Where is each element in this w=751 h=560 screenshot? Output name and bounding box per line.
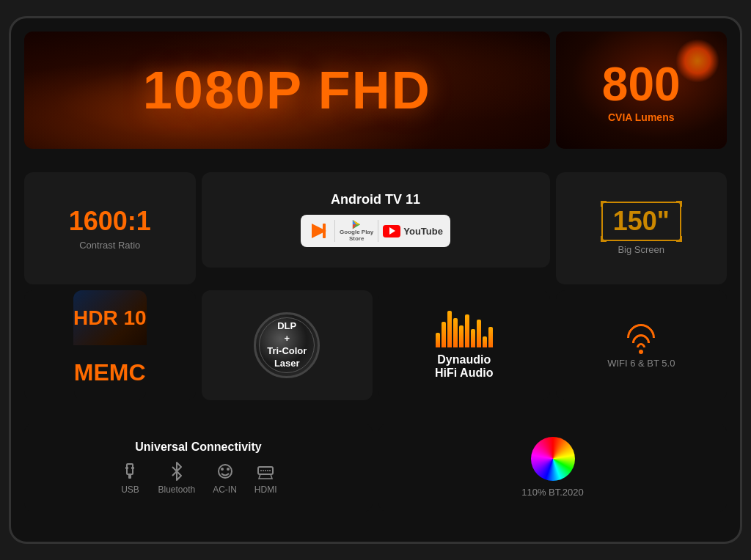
screen-size-border: 150" xyxy=(601,202,681,241)
card-lumens: 800 CVIA Lumens xyxy=(556,32,728,149)
bluetooth-label: Bluetooth xyxy=(158,485,195,495)
google-play-logo: Google PlayStore xyxy=(340,219,373,243)
contrast-label: Contrast Ratio xyxy=(79,240,140,251)
svg-rect-9 xyxy=(131,467,134,469)
card-android: Android TV 11 xyxy=(202,172,550,268)
dlp-ring: DLP + Tri-Color Laser xyxy=(254,312,320,378)
card-hdr-memc: HDR 10 MEMC xyxy=(24,290,196,400)
audio-title-line1: Dynaudio xyxy=(437,353,491,366)
port-icons: USB Bluetooth AC- xyxy=(120,461,276,495)
screen-label: Big Screen xyxy=(618,244,664,255)
hdr-label: HDR 10 xyxy=(73,306,147,330)
device-frame: 1080P FHD 800 CVIA Lumens 1600:1 Contras… xyxy=(9,16,742,544)
card-color: 110% BT.2020 xyxy=(378,424,727,512)
color-label: 110% BT.2020 xyxy=(521,487,584,498)
port-usb: USB xyxy=(120,461,140,495)
card-connectivity: Universal Connectivity USB xyxy=(24,424,373,512)
dlp-label: DLP + Tri-Color Laser xyxy=(267,320,307,370)
wifi-icon xyxy=(623,323,659,352)
card-contrast: 1600:1 Contrast Ratio xyxy=(24,172,196,285)
hdmi-icon xyxy=(255,461,276,482)
lumens-subtitle: CVIA Lumens xyxy=(608,111,675,123)
color-wheel xyxy=(531,437,575,481)
svg-rect-1 xyxy=(323,224,326,238)
svg-rect-8 xyxy=(125,467,128,469)
hdmi-label: HDMI xyxy=(254,485,277,495)
main-grid: 1080P FHD 800 CVIA Lumens 1600:1 Contras… xyxy=(24,32,727,528)
connectivity-title: Universal Connectivity xyxy=(135,441,262,454)
port-ac-in: AC-IN xyxy=(213,461,237,495)
card-hdr: HDR 10 xyxy=(73,290,147,345)
youtube-logo: YouTube xyxy=(383,219,443,243)
svg-point-12 xyxy=(227,468,230,471)
port-hdmi: HDMI xyxy=(254,461,277,495)
svg-rect-6 xyxy=(127,464,133,474)
card-screen: 150" Big Screen xyxy=(556,172,728,285)
usb-label: USB xyxy=(121,485,139,495)
ac-in-label: AC-IN xyxy=(213,485,237,495)
app-logos-container: Google PlayStore YouTube xyxy=(301,215,450,247)
memc-label: MEMC xyxy=(74,359,146,386)
svg-rect-7 xyxy=(128,474,131,479)
svg-point-11 xyxy=(221,468,224,471)
fhd-label: 1080P FHD xyxy=(143,60,431,120)
lumens-number: 800 xyxy=(602,57,681,111)
card-dlp: DLP + Tri-Color Laser xyxy=(202,290,373,400)
contrast-value: 1600:1 xyxy=(69,206,151,237)
android-title: Android TV 11 xyxy=(331,192,420,207)
audio-title-line2: HiFi Audio xyxy=(435,366,493,380)
port-bluetooth: Bluetooth xyxy=(158,461,195,495)
mx-player-logo xyxy=(308,219,330,243)
usb-icon xyxy=(120,461,140,482)
card-memc: MEMC xyxy=(74,345,146,400)
ac-in-icon xyxy=(215,461,235,482)
bluetooth-icon xyxy=(166,461,187,482)
card-audio: Dynaudio HiFi Audio xyxy=(378,290,550,400)
audio-bars xyxy=(436,311,493,347)
card-wifi: WIFI 6 & BT 5.0 xyxy=(556,290,728,400)
wifi-label: WIFI 6 & BT 5.0 xyxy=(607,358,675,369)
screen-size: 150" xyxy=(613,206,670,236)
card-fhd: 1080P FHD xyxy=(24,32,550,149)
